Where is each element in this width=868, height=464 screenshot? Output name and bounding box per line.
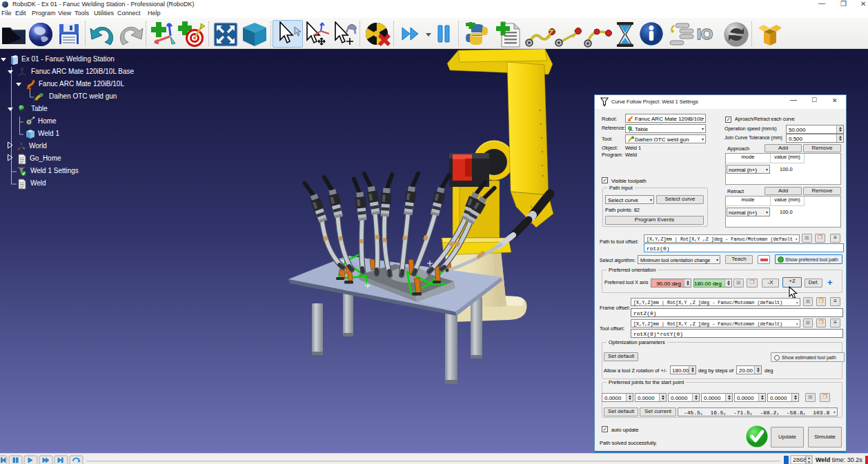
svg-text:IO: IO bbox=[697, 26, 713, 43]
svg-text:2868: 2868 bbox=[793, 456, 807, 463]
svg-text:Weld time: 30.2s: Weld time: 30.2s bbox=[816, 456, 862, 463]
svg-text:▼: ▼ bbox=[807, 460, 811, 464]
